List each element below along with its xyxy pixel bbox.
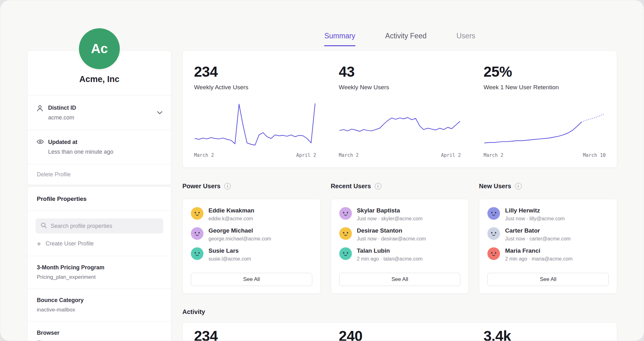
user-row[interactable]: Desirae Stanton Just now · desirae@acme.… xyxy=(339,227,461,242)
chart-x-axis: March 2 April 2 xyxy=(339,152,461,158)
distinct-id-label: Distinct ID xyxy=(48,105,76,111)
property-value: Pricing_plan_experiment xyxy=(37,274,162,280)
see-all-button[interactable]: See All xyxy=(191,273,312,286)
profile-properties-title: Profile Properties xyxy=(27,187,171,211)
user-name: Eddie Kwakman xyxy=(208,207,254,214)
user-name: Skylar Baptista xyxy=(357,207,423,214)
axis-end-label: March 10 xyxy=(583,152,606,158)
info-icon[interactable]: i xyxy=(515,183,522,190)
person-icon xyxy=(37,105,48,113)
chart-x-axis: March 2 March 10 xyxy=(484,152,606,158)
updated-at-text: Updated at Less than one minute ago xyxy=(48,139,113,155)
stat-weekly-new-users: 43 Weekly New Users March 2 April 2 xyxy=(327,63,472,168)
user-avatar xyxy=(339,227,352,240)
summary-stats-card: 234 Weekly Active Users March 2 April 2 … xyxy=(182,50,617,168)
stat-weekly-active-users: 234 Weekly Active Users March 2 April 2 xyxy=(183,63,327,168)
user-row[interactable]: Maria Franci 2 min ago · maria@acme.com xyxy=(487,247,609,262)
info-icon[interactable]: i xyxy=(224,183,231,190)
profile-properties-card: Profile Properties + Create User Profile… xyxy=(27,186,172,341)
search-profile-properties[interactable] xyxy=(36,218,163,234)
user-info: Lilly Herwitz Just now · lilly@acme.com xyxy=(505,207,565,222)
stat-value: 43 xyxy=(339,63,461,80)
power-users-card: Eddie Kwakman eddie.k@acme.com George Mi… xyxy=(182,199,321,294)
user-meta: george.michael@acme.com xyxy=(208,236,271,242)
property-label: Bounce Category xyxy=(37,297,162,304)
stat-label: Weekly Active Users xyxy=(194,84,316,91)
activity-stats-card: 234 240 3.4k xyxy=(182,322,617,341)
property-item: Browser Chrome xyxy=(27,321,171,341)
create-user-profile-button[interactable]: + Create User Profile xyxy=(27,239,171,256)
create-user-profile-label: Create User Profile xyxy=(46,240,94,247)
axis-start-label: March 2 xyxy=(339,152,358,158)
user-info: Eddie Kwakman eddie.k@acme.com xyxy=(208,207,254,222)
power-users-title: Power Users xyxy=(182,183,220,190)
user-row[interactable]: Lilly Herwitz Just now · lilly@acme.com xyxy=(487,207,609,222)
user-avatar xyxy=(191,207,203,220)
recent-users-title: Recent Users xyxy=(331,183,371,190)
property-value: inactive-mailbox xyxy=(37,307,162,313)
user-lists-section: Power Users i Recent Users i New Users i xyxy=(182,183,617,294)
info-icon[interactable]: i xyxy=(375,183,381,190)
stat-label: Week 1 New User Retention xyxy=(484,84,606,91)
property-value: Chrome xyxy=(37,339,162,341)
weekly-active-users-chart xyxy=(194,102,316,149)
user-row[interactable]: Eddie Kwakman eddie.k@acme.com xyxy=(191,207,312,222)
plus-icon: + xyxy=(37,241,41,247)
see-all-button[interactable]: See All xyxy=(339,273,461,286)
tab-activity-feed[interactable]: Activity Feed xyxy=(385,32,427,46)
chart-x-axis: March 2 April 2 xyxy=(194,152,316,158)
user-info: Carter Bator Just now · carter@acme.com xyxy=(505,227,570,242)
user-info: Talan Lubin 2 min ago · talan@acme.com xyxy=(357,247,423,262)
recent-users-card: Skylar Baptista Just now · skyler@acme.c… xyxy=(331,199,469,294)
property-label: Browser xyxy=(37,330,162,336)
activity-stat-value: 240 xyxy=(339,327,461,341)
user-row[interactable]: Carter Bator Just now · carter@acme.com xyxy=(487,227,609,242)
distinct-id-text: Distinct ID acme.com xyxy=(48,105,76,121)
axis-start-label: March 2 xyxy=(484,152,503,158)
user-avatar xyxy=(191,227,203,240)
week1-retention-chart xyxy=(484,102,606,149)
tab-summary[interactable]: Summary xyxy=(324,32,355,46)
search-icon xyxy=(41,222,47,230)
tab-bar: Summary Activity Feed Users xyxy=(182,32,617,46)
delete-profile-button[interactable]: Delete Profile xyxy=(27,164,171,185)
user-row[interactable]: Susie Lars susie.l@acme.com xyxy=(191,247,312,262)
chevron-down-icon[interactable] xyxy=(157,110,163,116)
property-item: Bounce Category inactive-mailbox xyxy=(27,289,171,321)
user-info: George Michael george.michael@acme.com xyxy=(208,227,271,242)
user-name: Talan Lubin xyxy=(357,247,423,254)
user-meta: 2 min ago · talan@acme.com xyxy=(357,256,423,262)
updated-at-label: Updated at xyxy=(48,139,113,146)
user-name: Susie Lars xyxy=(208,247,251,254)
search-input[interactable] xyxy=(51,223,158,229)
stat-label: Weekly New Users xyxy=(339,84,461,91)
new-users-header: New Users i xyxy=(479,183,617,190)
activity-section-title: Activity xyxy=(182,308,205,316)
see-all-button[interactable]: See All xyxy=(487,273,609,286)
stat-value: 25% xyxy=(484,63,606,80)
user-avatar xyxy=(339,247,352,260)
axis-end-label: April 2 xyxy=(296,152,316,158)
new-users-title: New Users xyxy=(479,183,511,190)
user-row[interactable]: Talan Lubin 2 min ago · talan@acme.com xyxy=(339,247,461,262)
user-meta: susie.l@acme.com xyxy=(208,256,251,262)
distinct-id-value: acme.com xyxy=(48,114,76,121)
user-meta: Just now · skyler@acme.com xyxy=(357,216,423,222)
distinct-id-row[interactable]: Distinct ID acme.com xyxy=(27,96,171,130)
property-item: 3-Month Pricing Program Pricing_plan_exp… xyxy=(27,256,171,289)
user-row[interactable]: Skylar Baptista Just now · skyler@acme.c… xyxy=(339,207,461,222)
stat-value: 234 xyxy=(194,63,316,80)
axis-end-label: April 2 xyxy=(441,152,461,158)
power-users-header: Power Users i xyxy=(182,183,321,190)
user-name: Lilly Herwitz xyxy=(505,207,565,214)
tab-users[interactable]: Users xyxy=(457,32,475,46)
user-meta: Just now · lilly@acme.com xyxy=(505,216,565,222)
profile-card: Acme, Inc Distinct ID acme.com Up xyxy=(27,50,172,185)
property-label: 3-Month Pricing Program xyxy=(37,264,162,271)
stat-week1-retention: 25% Week 1 New User Retention March 2 Ma… xyxy=(472,63,617,168)
activity-stat: 240 xyxy=(327,327,472,341)
user-avatar xyxy=(487,207,500,220)
user-row[interactable]: George Michael george.michael@acme.com xyxy=(191,227,312,242)
recent-users-header: Recent Users i xyxy=(331,183,469,190)
weekly-new-users-chart xyxy=(339,102,461,149)
